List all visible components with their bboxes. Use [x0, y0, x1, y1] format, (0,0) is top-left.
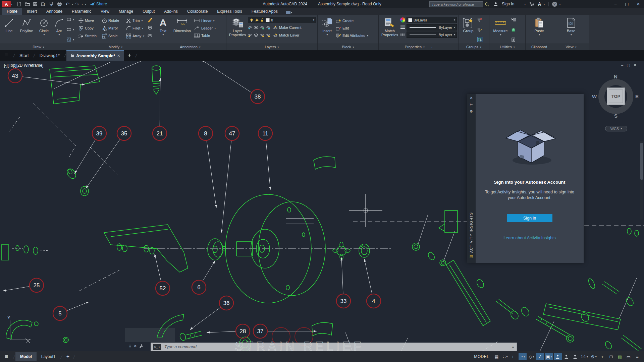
- circle-button[interactable]: Circle▾: [36, 16, 52, 44]
- arc-button[interactable]: Arc▾: [52, 16, 66, 44]
- panel-label-draw[interactable]: Draw▾: [0, 44, 77, 50]
- sign-in-caret-icon[interactable]: ▾: [524, 3, 526, 6]
- panel-label-groups[interactable]: Groups▾: [459, 44, 489, 50]
- activity-close-icon[interactable]: ✕: [470, 96, 473, 103]
- workspace-switching-icon[interactable]: ⚙▾: [590, 353, 598, 360]
- paste-button[interactable]: Paste▾: [530, 16, 548, 44]
- search-input[interactable]: [429, 1, 483, 7]
- activity-sign-in-button[interactable]: Sign in: [507, 214, 552, 222]
- ortho-mode-icon[interactable]: ∟: [510, 353, 518, 360]
- viewcube-south[interactable]: S: [614, 113, 618, 119]
- user-icon[interactable]: [492, 1, 500, 7]
- rotate-button[interactable]: Rotate: [102, 17, 124, 24]
- rectangle-tool-button[interactable]: ▾: [66, 17, 74, 22]
- object-color-dropdown[interactable]: ByLayer▾: [407, 17, 457, 23]
- object-snap-tracking-icon[interactable]: ∠: [536, 353, 544, 360]
- ribbon-tab-collaborate[interactable]: Collaborate: [182, 8, 212, 15]
- layer-unlock-all-icon[interactable]: [254, 33, 258, 38]
- calculator-button[interactable]: [511, 37, 516, 42]
- panel-label-annotation[interactable]: Annotation▾: [154, 44, 226, 50]
- group-edit-button[interactable]: [477, 27, 483, 32]
- customization-menu-icon[interactable]: ≡: [633, 353, 641, 360]
- panel-label-properties[interactable]: Properties▾⌟: [379, 44, 458, 50]
- command-close-icon[interactable]: ✕: [134, 344, 137, 348]
- autodesk-app-icon[interactable]: A: [538, 1, 541, 7]
- open-folder-icon[interactable]: [23, 1, 31, 7]
- new-drawing-tab-button[interactable]: +: [124, 52, 135, 59]
- file-tab-menu-icon[interactable]: ≡: [5, 52, 8, 59]
- wcs-dropdown[interactable]: WCS▾: [605, 126, 627, 131]
- annotation-visibility-icon[interactable]: [554, 353, 562, 360]
- add-layout-button[interactable]: +: [63, 354, 73, 360]
- undo-icon[interactable]: ↶: [63, 1, 71, 7]
- scrollbar-thumb[interactable]: [640, 143, 643, 180]
- leader-button[interactable]: Leader▾: [194, 25, 216, 32]
- command-line-grip[interactable]: ⣿ ✕: [129, 344, 144, 348]
- scale-button[interactable]: Scale: [102, 33, 124, 39]
- redo-icon[interactable]: ↷: [73, 1, 81, 7]
- layer-properties-button[interactable]: Layer Properties: [228, 16, 247, 44]
- ribbon-tab-view[interactable]: View: [96, 8, 114, 15]
- share-icon[interactable]: [88, 1, 96, 7]
- ungroup-button[interactable]: [477, 17, 483, 22]
- fillet-button[interactable]: Fillet▾: [126, 25, 143, 32]
- dimension-button[interactable]: Dimension: [171, 16, 193, 44]
- window-minimize-button[interactable]: –: [610, 0, 621, 8]
- help-caret-icon[interactable]: ▾: [559, 3, 561, 6]
- ribbon-tab-add-ins[interactable]: Add-ins: [159, 8, 182, 15]
- app-menu-caret-icon[interactable]: ▾: [11, 3, 12, 6]
- viewport-restore-icon[interactable]: ▢: [627, 63, 630, 67]
- file-tab-start[interactable]: Start: [15, 50, 33, 61]
- group-button[interactable]: Group: [460, 16, 477, 44]
- viewport-controls-label[interactable]: [-][Top][2D Wireframe]: [4, 63, 43, 68]
- activity-autohide-pin-icon[interactable]: ⊨: [470, 103, 473, 109]
- quick-calculator-button[interactable]: [511, 27, 516, 32]
- viewcube-top-face[interactable]: TOP: [607, 87, 625, 105]
- command-prompt-icon[interactable]: >_▾: [153, 344, 161, 350]
- ribbon-tab-home[interactable]: Home: [2, 8, 22, 15]
- quick-access-customize-caret-icon[interactable]: ▾: [85, 3, 86, 6]
- move-button[interactable]: Move: [78, 17, 100, 24]
- model-space-toggle[interactable]: MODEL: [474, 354, 489, 359]
- panel-label-clipboard[interactable]: Clipboard: [526, 44, 553, 50]
- help-icon[interactable]: ?: [552, 2, 557, 7]
- file-tab-assembly-sample-[interactable]: Assembly Sample*✕: [66, 50, 124, 61]
- layer-freeze-icon[interactable]: [260, 25, 264, 30]
- print-icon[interactable]: [55, 1, 63, 7]
- measure-button[interactable]: Measure▾: [491, 16, 510, 44]
- window-close-button[interactable]: ✕: [633, 0, 644, 8]
- viewcube-north[interactable]: N: [614, 74, 618, 79]
- object-snap-icon[interactable]: ▣▾: [545, 353, 553, 360]
- panel-label-view[interactable]: View▾: [553, 44, 589, 50]
- viewcube-west[interactable]: W: [592, 94, 597, 99]
- table-button[interactable]: Table: [194, 32, 216, 39]
- match-layer-button[interactable]: Match Layer: [273, 32, 300, 39]
- save-icon[interactable]: [31, 1, 39, 7]
- lineweight-dropdown[interactable]: ByLayer▾: [407, 24, 457, 31]
- command-history-scroll-icon[interactable]: ▲: [512, 345, 515, 349]
- share-label[interactable]: Share: [96, 2, 107, 6]
- layer-select-dropdown[interactable]: 0 ▾: [248, 17, 316, 23]
- viewport-close-icon[interactable]: ✕: [634, 63, 637, 67]
- space-tab-model[interactable]: Model: [15, 352, 37, 361]
- window-restore-button[interactable]: ▢: [621, 0, 633, 8]
- mirror-button[interactable]: Mirror: [102, 25, 124, 32]
- ribbon-tab-manage[interactable]: Manage: [114, 8, 138, 15]
- edit-attributes-button[interactable]: Edit Attributes▾: [336, 32, 368, 39]
- ribbon-collapse-button[interactable]: ▾: [286, 11, 292, 14]
- viewport-minimize-icon[interactable]: –: [621, 63, 623, 67]
- command-input[interactable]: Type a command: [164, 345, 197, 349]
- search-icon[interactable]: [483, 1, 491, 8]
- annotation-scale-flag-icon[interactable]: [571, 353, 579, 360]
- text-button[interactable]: A Text▾: [156, 16, 170, 44]
- viewcube-east[interactable]: E: [635, 94, 639, 99]
- explode-button[interactable]: [147, 25, 153, 30]
- isolate-objects-icon[interactable]: ⊡: [607, 353, 615, 360]
- panel-label-modify[interactable]: Modify▾: [77, 44, 154, 50]
- insert-block-button[interactable]: Insert▾: [319, 16, 335, 44]
- command-wrench-icon[interactable]: [139, 344, 144, 348]
- linetype-dropdown[interactable]: ByLayer▾: [407, 32, 457, 38]
- ribbon-tab-insert[interactable]: Insert: [22, 8, 42, 15]
- layer-isolate-icon[interactable]: [254, 25, 258, 30]
- group-selection-toggle[interactable]: [477, 37, 483, 42]
